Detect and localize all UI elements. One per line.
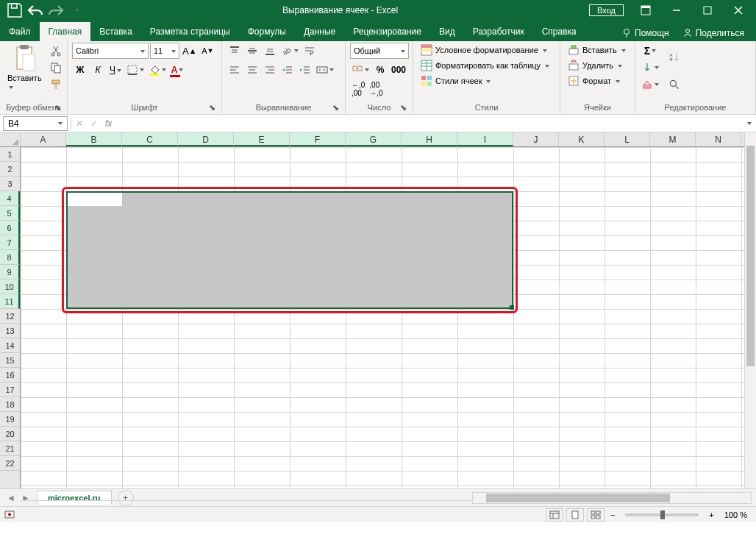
increase-font-icon[interactable]: A▲: [181, 43, 198, 59]
col-header-L[interactable]: L: [605, 132, 650, 146]
maximize-button[interactable]: [693, 1, 722, 20]
decrease-font-icon[interactable]: A▼: [199, 43, 215, 59]
delete-cells-button[interactable]: Удалить: [565, 58, 625, 73]
align-bottom-icon[interactable]: [262, 43, 278, 59]
row-header-21[interactable]: 21: [0, 441, 20, 456]
row-header-20[interactable]: 20: [0, 427, 20, 441]
borders-button[interactable]: [125, 62, 146, 78]
cancel-formula-icon[interactable]: ✕: [76, 118, 83, 129]
spreadsheet-grid[interactable]: [21, 147, 744, 488]
number-launcher[interactable]: ⬊: [398, 102, 408, 113]
close-button[interactable]: [724, 1, 753, 20]
col-header-E[interactable]: E: [234, 132, 290, 146]
italic-button[interactable]: К: [90, 62, 106, 78]
zoom-level[interactable]: 100 %: [720, 510, 752, 519]
align-middle-icon[interactable]: [244, 43, 260, 59]
insert-cells-button[interactable]: Вставить: [565, 43, 629, 57]
redo-button[interactable]: [47, 1, 65, 19]
tab-review[interactable]: Рецензирование: [344, 22, 430, 41]
row-header-7[interactable]: 7: [0, 235, 20, 250]
col-header-K[interactable]: K: [559, 132, 605, 146]
align-right-icon[interactable]: [262, 62, 278, 78]
qat-customize[interactable]: [68, 1, 85, 19]
col-header-C[interactable]: C: [122, 132, 178, 146]
row-header-14[interactable]: 14: [0, 338, 20, 353]
tab-help[interactable]: Справка: [533, 22, 585, 41]
tab-insert[interactable]: Вставка: [90, 22, 141, 41]
minimize-button[interactable]: [662, 1, 691, 20]
cell-styles-button[interactable]: Стили ячеек: [418, 74, 493, 88]
paste-button[interactable]: Вставить: [4, 43, 45, 93]
underline-button[interactable]: Ч: [107, 62, 124, 78]
copy-button[interactable]: [48, 60, 64, 76]
col-header-N[interactable]: N: [696, 132, 741, 146]
row-header-19[interactable]: 19: [0, 412, 20, 427]
bold-button[interactable]: Ж: [72, 62, 88, 78]
increase-decimal-icon[interactable]: ←,0,00: [350, 81, 366, 97]
sheet-tab[interactable]: microexcel.ru: [37, 491, 112, 505]
font-size-combo[interactable]: 11: [150, 43, 179, 59]
row-header-17[interactable]: 17: [0, 382, 20, 397]
record-macro-icon[interactable]: [4, 509, 15, 521]
enter-formula-icon[interactable]: ✓: [90, 118, 98, 129]
row-header-18[interactable]: 18: [0, 397, 20, 412]
row-header-12[interactable]: 12: [0, 309, 20, 324]
alignment-launcher[interactable]: ⬊: [330, 102, 340, 113]
active-cell[interactable]: [68, 193, 122, 206]
fill-color-button[interactable]: [147, 62, 168, 78]
decrease-decimal-icon[interactable]: ,00→,0: [368, 81, 384, 97]
col-header-G[interactable]: G: [346, 132, 402, 146]
zoom-slider[interactable]: [625, 513, 699, 516]
col-header-D[interactable]: D: [178, 132, 234, 146]
add-sheet-button[interactable]: +: [118, 490, 134, 506]
col-header-B[interactable]: B: [66, 132, 122, 146]
formula-bar[interactable]: [119, 116, 738, 131]
row-header-2[interactable]: 2: [0, 162, 20, 177]
tab-formulas[interactable]: Формулы: [239, 22, 295, 41]
accounting-format-icon[interactable]: [350, 62, 371, 78]
tab-data[interactable]: Данные: [295, 22, 344, 41]
format-painter-button[interactable]: [48, 76, 64, 93]
row-header-8[interactable]: 8: [0, 250, 20, 265]
clipboard-launcher[interactable]: ⬊: [52, 102, 63, 113]
share-button[interactable]: Поделиться: [678, 25, 749, 41]
increase-indent-icon[interactable]: [297, 62, 313, 78]
font-launcher[interactable]: ⬊: [207, 102, 217, 113]
row-header-9[interactable]: 9: [0, 265, 20, 280]
font-color-button[interactable]: А: [169, 62, 185, 78]
ribbon-options-icon[interactable]: [631, 1, 660, 20]
row-header-10[interactable]: 10: [0, 280, 20, 294]
vertical-scrollbar[interactable]: [744, 132, 756, 488]
row-header-16[interactable]: 16: [0, 368, 20, 382]
merge-cells-icon[interactable]: [315, 62, 335, 78]
col-header-H[interactable]: H: [402, 132, 457, 146]
fx-icon[interactable]: fx: [105, 118, 112, 129]
normal-view-icon[interactable]: [546, 508, 563, 521]
horizontal-scrollbar[interactable]: [472, 492, 752, 504]
align-center-icon[interactable]: [244, 62, 260, 78]
zoom-in-button[interactable]: +: [706, 510, 716, 519]
sheet-nav-prev[interactable]: ◄: [4, 491, 18, 505]
row-header-11[interactable]: 11: [0, 294, 20, 309]
page-break-view-icon[interactable]: [587, 508, 605, 521]
row-header-1[interactable]: 1: [0, 147, 20, 162]
row-header-13[interactable]: 13: [0, 324, 20, 338]
orientation-icon[interactable]: ab: [279, 43, 300, 59]
comma-icon[interactable]: 000: [390, 62, 407, 78]
wrap-text-icon[interactable]: [302, 43, 318, 59]
find-select-icon[interactable]: [666, 73, 682, 96]
tab-home[interactable]: Главная: [40, 22, 91, 41]
zoom-out-button[interactable]: −: [607, 510, 618, 519]
clear-icon[interactable]: [640, 76, 660, 93]
percent-icon[interactable]: %: [372, 62, 388, 78]
row-header-15[interactable]: 15: [0, 353, 20, 368]
name-box[interactable]: B4: [3, 116, 68, 131]
font-name-combo[interactable]: Calibri: [72, 43, 149, 59]
row-header-6[interactable]: 6: [0, 221, 20, 235]
format-as-table-button[interactable]: Форматировать как таблицу: [418, 58, 552, 73]
page-layout-view-icon[interactable]: [566, 508, 584, 521]
fill-icon[interactable]: [640, 60, 660, 76]
tab-view[interactable]: Вид: [430, 22, 464, 41]
col-header-M[interactable]: M: [650, 132, 696, 146]
decrease-indent-icon[interactable]: [279, 62, 296, 78]
